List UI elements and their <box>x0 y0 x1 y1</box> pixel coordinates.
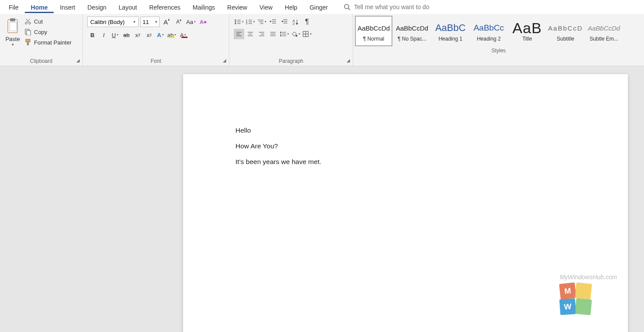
shading-button[interactable]: ▾ <box>290 29 301 39</box>
style-heading-2[interactable]: AaBbCcHeading 2 <box>470 16 508 46</box>
svg-text:3: 3 <box>246 22 248 25</box>
menu-bar: File Home Insert Design Layout Reference… <box>0 0 644 14</box>
tab-layout[interactable]: Layout <box>112 1 143 13</box>
svg-rect-10 <box>27 31 31 35</box>
indent-icon <box>281 18 288 25</box>
change-case-button[interactable]: Aa▾ <box>186 17 196 27</box>
document-line[interactable]: How Are You? <box>235 142 576 150</box>
svg-rect-3 <box>10 18 15 21</box>
outdent-icon <box>269 18 276 25</box>
style-preview: AaB <box>512 20 542 36</box>
style--normal[interactable]: AaBbCcDd¶ Normal <box>355 16 392 46</box>
line-spacing-button[interactable]: ▾ <box>279 29 290 39</box>
show-paragraph-marks-button[interactable]: ¶ <box>302 17 312 27</box>
align-left-icon <box>235 31 242 38</box>
underline-button[interactable]: U▾ <box>110 30 120 40</box>
style-subtle-em-[interactable]: AaBbCcDdSubtle Em... <box>585 16 623 46</box>
tab-ginger[interactable]: Ginger <box>303 1 334 13</box>
bold-button[interactable]: B <box>87 30 98 40</box>
grow-font-button[interactable]: A▴ <box>161 17 172 27</box>
borders-button[interactable]: ▾ <box>302 29 312 39</box>
text-effects-button[interactable]: A▾ <box>155 30 166 40</box>
group-label-clipboard: Clipboard ◢ <box>0 57 82 66</box>
group-label-styles: Styles <box>353 46 644 55</box>
format-painter-label: Format Painter <box>34 39 72 46</box>
paint-bucket-icon <box>291 31 298 38</box>
sort-button[interactable]: AZ <box>290 17 301 27</box>
justify-button[interactable] <box>268 29 278 39</box>
font-name-combo[interactable]: Calibri (Body)▾ <box>87 17 139 27</box>
clipboard-launcher[interactable]: ◢ <box>76 58 80 63</box>
align-center-button[interactable] <box>245 29 256 39</box>
font-size-value: 11 <box>143 19 149 25</box>
svg-text:Z: Z <box>293 22 295 25</box>
bullets-icon <box>234 18 241 25</box>
superscript-button[interactable]: x2 <box>144 30 154 40</box>
style-name: Subtitle <box>557 36 574 42</box>
paste-button[interactable]: Paste ▾ <box>3 16 23 57</box>
copy-label: Copy <box>34 29 47 35</box>
paragraph-launcher[interactable]: ◢ <box>347 58 350 63</box>
clear-formatting-button[interactable]: A◆ <box>198 17 208 27</box>
tab-review[interactable]: Review <box>221 1 253 13</box>
watermark-text: MyWindowsHub.com <box>560 274 617 281</box>
tab-design[interactable]: Design <box>81 1 112 13</box>
style-title[interactable]: AaBTitle <box>508 16 546 46</box>
tab-mailings[interactable]: Mailings <box>187 1 221 13</box>
chevron-down-icon[interactable]: ▾ <box>155 20 157 24</box>
svg-marker-31 <box>270 21 272 22</box>
group-paragraph: ▾ 123▾ ▾ AZ ¶ ▾ ▾ ▾ Paragraph ◢ <box>229 14 353 66</box>
chevron-down-icon[interactable]: ▾ <box>133 20 136 24</box>
ribbon: Paste ▾ Cut Copy Format Painter Clipbo <box>0 14 644 66</box>
document-line[interactable]: Hello <box>235 127 576 134</box>
style--no-spac-[interactable]: AaBbCcDd¶ No Spac... <box>393 16 431 46</box>
svg-line-8 <box>26 19 29 22</box>
subscript-button[interactable]: x2 <box>133 30 143 40</box>
tab-home[interactable]: Home <box>25 1 54 13</box>
strikethrough-button[interactable]: ab <box>121 30 132 40</box>
tell-me-search[interactable] <box>344 3 467 10</box>
style-preview: AaBbCcDd <box>396 20 428 36</box>
format-painter-button[interactable]: Format Painter <box>24 38 72 46</box>
svg-marker-57 <box>280 35 282 37</box>
font-color-button[interactable]: A▾ <box>178 30 188 40</box>
style-subtitle[interactable]: AaBbCcDSubtitle <box>547 16 584 46</box>
shrink-font-button[interactable]: A▾ <box>174 17 184 27</box>
cut-button[interactable]: Cut <box>24 17 72 25</box>
tab-insert[interactable]: Insert <box>54 1 81 13</box>
decrease-indent-button[interactable] <box>268 17 278 27</box>
svg-point-6 <box>29 22 31 24</box>
style-heading-1[interactable]: AaBbCHeading 1 <box>432 16 469 46</box>
align-right-button[interactable] <box>256 29 267 39</box>
font-launcher[interactable]: ◢ <box>223 58 226 63</box>
bullets-button[interactable]: ▾ <box>234 17 244 27</box>
font-size-combo[interactable]: 11▾ <box>140 17 160 27</box>
tab-references[interactable]: References <box>143 1 187 13</box>
watermark: MyWindowsHub.com MW <box>560 274 617 315</box>
group-clipboard: Paste ▾ Cut Copy Format Painter Clipbo <box>0 14 83 66</box>
align-right-icon <box>258 31 265 38</box>
chevron-down-icon[interactable]: ▾ <box>12 42 14 47</box>
numbering-button[interactable]: 123▾ <box>245 17 256 27</box>
svg-rect-4 <box>10 22 17 31</box>
italic-button[interactable]: I <box>99 30 109 40</box>
copy-button[interactable]: Copy <box>24 28 72 36</box>
align-left-button[interactable] <box>234 29 244 39</box>
document-area: Hello How Are You? It’s been years we ha… <box>0 66 644 332</box>
tab-help[interactable]: Help <box>279 1 303 13</box>
tell-me-input[interactable] <box>354 3 467 10</box>
highlight-button[interactable]: ab▾ <box>167 30 177 40</box>
tab-file[interactable]: File <box>3 1 25 13</box>
tab-view[interactable]: View <box>253 1 279 13</box>
paste-label: Paste <box>5 36 20 42</box>
style-preview: AaBbCcD <box>548 20 583 36</box>
multilevel-list-button[interactable]: ▾ <box>256 17 267 27</box>
highlighter-icon: ab <box>167 32 174 38</box>
document-line[interactable]: It’s been years we have met. <box>235 158 576 166</box>
style-preview: AaBbC <box>435 20 466 36</box>
increase-indent-button[interactable] <box>279 17 290 27</box>
justify-icon <box>269 31 276 38</box>
group-label-paragraph: Paragraph ◢ <box>229 57 353 66</box>
style-name: ¶ No Spac... <box>398 36 426 42</box>
svg-rect-12 <box>27 42 29 45</box>
